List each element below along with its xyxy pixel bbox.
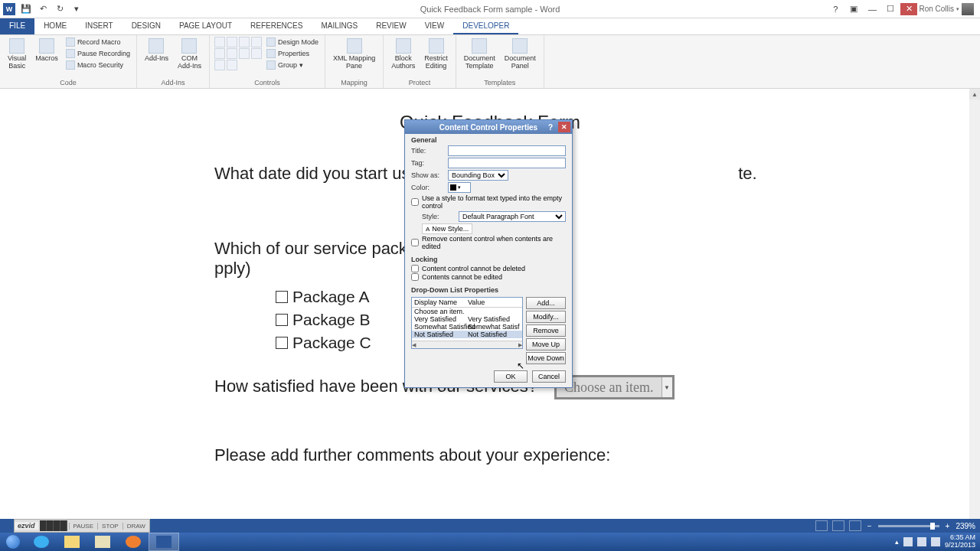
cannot-delete-checkbox[interactable] <box>411 265 419 272</box>
pause-recording-button[interactable]: Pause Recording <box>64 48 132 59</box>
tab-view[interactable]: VIEW <box>416 18 454 34</box>
remove-on-edit-checkbox[interactable] <box>411 239 419 246</box>
dropdown-control-icon[interactable] <box>239 48 250 59</box>
new-style-button[interactable]: ANew Style... <box>422 223 472 234</box>
legacy-tools-icon[interactable] <box>227 60 237 70</box>
taskbar-word[interactable] <box>149 533 179 551</box>
taskbar-libraries[interactable] <box>87 533 118 551</box>
undo-icon[interactable]: ↶ <box>37 3 49 15</box>
style-select[interactable]: Default Paragraph Font <box>459 211 566 222</box>
tray-expand-icon[interactable]: ▴ <box>895 538 899 546</box>
maximize-icon[interactable]: ☐ <box>882 3 899 15</box>
tag-input[interactable] <box>448 158 566 168</box>
properties-button[interactable]: Properties <box>265 48 320 59</box>
dialog-close-icon[interactable]: ✕ <box>558 122 570 132</box>
qat-customize-icon[interactable]: ▾ <box>70 3 83 15</box>
tab-home[interactable]: HOME <box>34 18 76 34</box>
group-controls: Design Mode Properties Group ▾ Controls <box>210 35 325 88</box>
xml-mapping-button[interactable]: XML MappingPane <box>330 37 378 72</box>
zoom-slider[interactable] <box>878 525 939 527</box>
tab-file[interactable]: FILE <box>0 18 34 34</box>
cancel-button[interactable]: Cancel <box>532 370 566 383</box>
redo-icon[interactable]: ↻ <box>54 3 66 15</box>
user-name[interactable]: Ron Collis ▾ <box>919 3 974 15</box>
cannot-edit-checkbox[interactable] <box>411 273 419 281</box>
read-mode-icon[interactable] <box>815 520 828 531</box>
macros-button[interactable]: Macros <box>32 37 61 72</box>
word-icon <box>156 536 172 548</box>
building-block-control-icon[interactable] <box>251 37 262 47</box>
title-input[interactable] <box>448 145 566 156</box>
addins-button[interactable]: Add-Ins <box>142 37 172 72</box>
move-down-button[interactable]: Move Down <box>526 352 566 364</box>
dropdown-items-list[interactable]: Display NameValue Choose an item. Very S… <box>411 297 523 349</box>
date-picker-control-icon[interactable] <box>251 48 262 59</box>
checkbox-icon[interactable] <box>276 337 288 349</box>
libraries-icon <box>95 536 110 548</box>
document-panel-button[interactable]: DocumentPanel <box>501 37 539 72</box>
ok-button[interactable]: OK <box>494 370 528 383</box>
combobox-control-icon[interactable] <box>227 48 237 59</box>
block-authors-button[interactable]: BlockAuthors <box>388 37 418 72</box>
tab-page-layout[interactable]: PAGE LAYOUT <box>170 18 241 34</box>
web-layout-icon[interactable] <box>849 520 861 531</box>
start-button[interactable] <box>0 533 26 551</box>
rich-text-control-icon[interactable] <box>214 37 225 47</box>
block-authors-icon <box>396 38 411 54</box>
ezvid-draw-button[interactable]: DRAW <box>122 523 149 530</box>
save-icon[interactable]: 💾 <box>20 3 32 15</box>
document-template-button[interactable]: DocumentTemplate <box>461 37 498 72</box>
ribbon-options-icon[interactable]: ▣ <box>845 3 862 15</box>
dialog-help-icon[interactable]: ? <box>544 122 557 132</box>
tab-developer[interactable]: DEVELOPER <box>453 18 518 34</box>
network-icon[interactable] <box>917 537 926 546</box>
group-protect: BlockAuthors RestrictEditing Protect <box>384 35 456 88</box>
design-mode-button[interactable]: Design Mode <box>265 37 320 47</box>
clock[interactable]: 6:35 AM 9/21/2013 <box>945 534 975 549</box>
scroll-up-icon[interactable]: ▲ <box>969 89 980 99</box>
horizontal-scrollbar[interactable]: ◀▶ <box>412 341 522 348</box>
tab-insert[interactable]: INSERT <box>76 18 122 34</box>
visual-basic-button[interactable]: VisualBasic <box>5 37 29 72</box>
tab-references[interactable]: REFERENCES <box>241 18 312 34</box>
close-icon[interactable]: ✕ <box>900 3 917 15</box>
checkbox-icon[interactable] <box>276 291 288 303</box>
zoom-in-button[interactable]: + <box>944 522 952 530</box>
group-button[interactable]: Group ▾ <box>265 60 320 70</box>
minimize-icon[interactable]: — <box>864 3 880 15</box>
modify-button[interactable]: Modify... <box>526 311 566 323</box>
zoom-out-button[interactable]: − <box>866 522 874 530</box>
remove-button[interactable]: Remove <box>526 324 566 337</box>
repeating-section-icon[interactable] <box>214 60 225 70</box>
chevron-down-icon[interactable]: ▼ <box>662 377 672 397</box>
macro-security-button[interactable]: Macro Security <box>64 60 132 70</box>
picture-control-icon[interactable] <box>239 37 250 47</box>
volume-icon[interactable] <box>931 537 940 546</box>
show-as-select[interactable]: Bounding Box <box>448 170 508 181</box>
checkbox-control-icon[interactable] <box>214 48 225 59</box>
checkbox-icon[interactable] <box>276 314 288 326</box>
ezvid-pause-button[interactable]: PAUSE <box>69 523 98 530</box>
title-bar: W 💾 ↶ ↻ ▾ Quick Feedback Form sample - W… <box>0 0 980 18</box>
com-addins-button[interactable]: COMAdd-Ins <box>175 37 204 72</box>
tab-mailings[interactable]: MAILINGS <box>312 18 367 34</box>
tab-review[interactable]: REVIEW <box>367 18 415 34</box>
use-style-checkbox[interactable] <box>411 198 419 206</box>
record-macro-button[interactable]: Record Macro <box>64 37 132 47</box>
zoom-level[interactable]: 239% <box>956 522 975 530</box>
taskbar-ie[interactable] <box>26 533 57 551</box>
move-up-button[interactable]: Move Up <box>526 338 566 350</box>
taskbar-explorer[interactable] <box>57 533 87 551</box>
tab-design[interactable]: DESIGN <box>122 18 170 34</box>
restrict-editing-button[interactable]: RestrictEditing <box>421 37 451 72</box>
section-general: General <box>411 136 566 144</box>
print-layout-icon[interactable] <box>832 520 844 531</box>
taskbar-media-player[interactable] <box>118 533 149 551</box>
add-button[interactable]: Add... <box>526 297 566 309</box>
color-picker[interactable]: ▾ <box>448 182 471 193</box>
help-icon[interactable]: ? <box>827 3 844 15</box>
ezvid-stop-button[interactable]: STOP <box>97 523 122 530</box>
vertical-scrollbar[interactable]: ▲ <box>969 89 980 520</box>
plain-text-control-icon[interactable] <box>227 37 237 47</box>
action-center-icon[interactable] <box>903 537 913 546</box>
